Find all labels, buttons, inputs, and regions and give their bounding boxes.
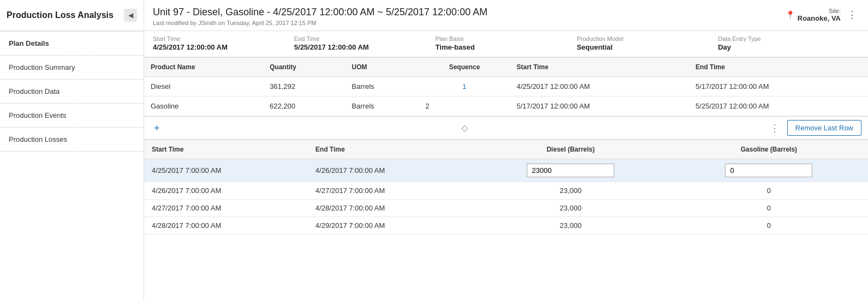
- production-model-label: Production Model: [576, 35, 718, 42]
- sidebar: Production Loss Analysis ◀ Plan Details …: [0, 0, 144, 301]
- gasoline-input[interactable]: [725, 164, 812, 177]
- product-start-time-cell: 5/17/2017 12:00:00 AM: [510, 97, 689, 116]
- sidebar-header: Production Loss Analysis ◀: [0, 0, 144, 32]
- col-uom: UOM: [345, 58, 419, 77]
- site-name: Roanoke, VA: [798, 14, 841, 22]
- product-row: Gasoline 622,200 Barrels 2 5/17/2017 12:…: [144, 97, 868, 116]
- site-info: 📍 Site: Roanoke, VA: [786, 8, 841, 22]
- product-end-time-cell: 5/17/2017 12:00:00 AM: [689, 77, 868, 97]
- col-quantity: Quantity: [263, 58, 345, 77]
- col-sequence: Sequence: [419, 58, 510, 77]
- meta-plan-basis: Plan Basis Time-based: [436, 35, 577, 51]
- data-entry-row: 4/28/2017 7:00:00 AM 4/29/2017 7:00:00 A…: [144, 217, 868, 234]
- gasoline-cell: 0: [670, 200, 868, 217]
- plan-basis-value: Time-based: [436, 43, 577, 51]
- data-entry-type-label: Data Entry Type: [718, 35, 859, 42]
- col-product-name: Product Name: [144, 58, 263, 77]
- gasoline-cell: 0: [670, 182, 868, 200]
- product-row: Diesel 361,292 Barrels 1 4/25/2017 12:00…: [144, 77, 868, 97]
- gasoline-cell: 0: [670, 217, 868, 234]
- diesel-cell: 23,000: [472, 182, 670, 200]
- sidebar-collapse-button[interactable]: ◀: [124, 9, 137, 22]
- start-time-label: Start Time: [153, 35, 294, 42]
- add-row-button[interactable]: +: [151, 122, 163, 134]
- production-model-value: Sequential: [576, 43, 718, 51]
- product-start-time-cell: 4/25/2017 12:00:00 AM: [510, 77, 689, 97]
- diesel-input[interactable]: [527, 164, 614, 177]
- data-col-end-time: End Time: [308, 140, 472, 159]
- main-content: Unit 97 - Diesel, Gasoline - 4/25/2017 1…: [144, 0, 868, 301]
- data-start-time-cell: 4/27/2017 7:00:00 AM: [144, 200, 308, 217]
- data-end-time-cell: 4/26/2017 7:00:00 AM: [308, 159, 472, 182]
- meta-data-entry-type: Data Entry Type Day: [718, 35, 859, 51]
- data-entry-type-value: Day: [718, 43, 859, 51]
- product-name-cell: Gasoline: [144, 97, 263, 116]
- content-area: Product Name Quantity UOM Sequence Start…: [144, 57, 868, 301]
- sidebar-item-production-losses[interactable]: Production Losses: [0, 128, 144, 152]
- col-end-time: End Time: [689, 58, 868, 77]
- data-end-time-cell: 4/27/2017 7:00:00 AM: [308, 182, 472, 200]
- sidebar-item-production-events[interactable]: Production Events: [0, 104, 144, 128]
- quantity-cell: 361,292: [263, 77, 345, 97]
- data-entry-row: 4/26/2017 7:00:00 AM 4/27/2017 7:00:00 A…: [144, 182, 868, 200]
- data-col-gasoline: Gasoline (Barrels): [670, 140, 868, 159]
- sidebar-item-plan-details[interactable]: Plan Details: [0, 32, 144, 56]
- diesel-cell[interactable]: [472, 159, 670, 182]
- uom-cell: Barrels: [345, 77, 419, 97]
- sidebar-item-production-summary[interactable]: Production Summary: [0, 56, 144, 80]
- data-start-time-cell: 4/25/2017 7:00:00 AM: [144, 159, 308, 182]
- data-entry-row: 4/27/2017 7:00:00 AM 4/28/2017 7:00:00 A…: [144, 200, 868, 217]
- site-details: Site: Roanoke, VA: [798, 8, 841, 22]
- quantity-cell: 622,200: [263, 97, 345, 116]
- col-start-time: Start Time: [510, 58, 689, 77]
- last-modified-label: Last modified by JSmith on Tuesday, Apri…: [153, 20, 487, 26]
- uom-cell: Barrels: [345, 97, 419, 116]
- data-start-time-cell: 4/26/2017 7:00:00 AM: [144, 182, 308, 200]
- main-header: Unit 97 - Diesel, Gasoline - 4/25/2017 1…: [144, 0, 868, 31]
- data-end-time-cell: 4/29/2017 7:00:00 AM: [308, 217, 472, 234]
- data-start-time-cell: 4/28/2017 7:00:00 AM: [144, 217, 308, 234]
- end-time-value: 5/25/2017 12:00:00 AM: [294, 43, 436, 51]
- site-label: Site:: [798, 8, 841, 14]
- diesel-cell: 23,000: [472, 200, 670, 217]
- product-end-time-cell: 5/25/2017 12:00:00 AM: [689, 97, 868, 116]
- product-name-cell: Diesel: [144, 77, 263, 97]
- meta-start-time: Start Time 4/25/2017 12:00:00 AM: [153, 35, 294, 51]
- sidebar-item-production-data[interactable]: Production Data: [0, 80, 144, 104]
- products-table: Product Name Quantity UOM Sequence Start…: [144, 57, 868, 116]
- sort-button[interactable]: ◇: [458, 122, 471, 134]
- more-options-button[interactable]: ⋮: [766, 121, 783, 135]
- app-title: Production Loss Analysis: [7, 10, 114, 20]
- header-kebab-button[interactable]: ⋮: [845, 7, 859, 23]
- meta-end-time: End Time 5/25/2017 12:00:00 AM: [294, 35, 436, 51]
- data-col-start-time: Start Time: [144, 140, 308, 159]
- page-title: Unit 97 - Diesel, Gasoline - 4/25/2017 1…: [153, 7, 487, 18]
- plan-basis-label: Plan Basis: [436, 35, 577, 42]
- data-end-time-cell: 4/28/2017 7:00:00 AM: [308, 200, 472, 217]
- header-left: Unit 97 - Diesel, Gasoline - 4/25/2017 1…: [153, 7, 487, 26]
- remove-last-row-button[interactable]: Remove Last Row: [787, 120, 861, 136]
- gasoline-cell[interactable]: [670, 159, 868, 182]
- sequence-link[interactable]: 1: [419, 77, 510, 97]
- meta-row: Start Time 4/25/2017 12:00:00 AM End Tim…: [144, 31, 868, 57]
- data-entry-table: Start Time End Time Diesel (Barrels) Gas…: [144, 140, 868, 234]
- sequence-cell: 2: [419, 97, 510, 116]
- location-icon: 📍: [786, 10, 795, 19]
- meta-production-model: Production Model Sequential: [576, 35, 718, 51]
- data-entry-row: 4/25/2017 7:00:00 AM 4/26/2017 7:00:00 A…: [144, 159, 868, 182]
- header-right: 📍 Site: Roanoke, VA ⋮: [786, 7, 859, 23]
- data-col-diesel: Diesel (Barrels): [472, 140, 670, 159]
- toolbar-row: + ◇ ⋮ Remove Last Row: [144, 116, 868, 140]
- start-time-value: 4/25/2017 12:00:00 AM: [153, 43, 294, 51]
- end-time-label: End Time: [294, 35, 436, 42]
- diesel-cell: 23,000: [472, 217, 670, 234]
